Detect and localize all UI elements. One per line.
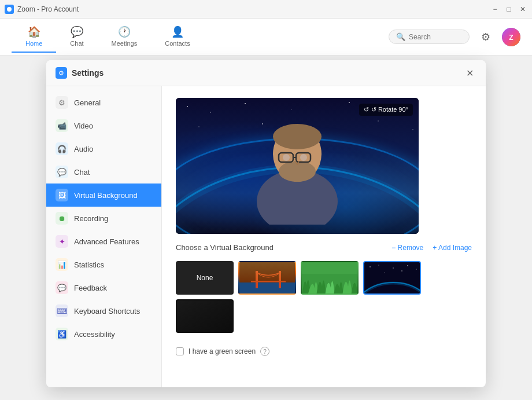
svg-rect-29 bbox=[239, 282, 296, 295]
thumbnail-grid: None bbox=[176, 261, 472, 333]
svg-rect-35 bbox=[302, 262, 359, 274]
nav-right: 🔍 ⚙ Z bbox=[389, 28, 520, 46]
sidebar-label-statistics: Statistics bbox=[74, 260, 104, 269]
vbg-thumbnail-space[interactable] bbox=[363, 261, 421, 295]
tab-chat-label: Chat bbox=[70, 40, 83, 47]
svg-point-27 bbox=[300, 154, 307, 161]
svg-point-38 bbox=[378, 265, 379, 265]
svg-point-7 bbox=[349, 102, 350, 103]
tab-contacts-label: Contacts bbox=[165, 40, 190, 47]
sidebar-label-general: General bbox=[74, 98, 101, 107]
vbg-actions: − Remove + Add Image bbox=[391, 244, 472, 252]
green-screen-label: I have a green screen bbox=[189, 347, 256, 355]
sidebar-item-general[interactable]: ⚙ General bbox=[46, 91, 161, 114]
svg-point-9 bbox=[198, 126, 199, 127]
close-window-button[interactable]: ✕ bbox=[518, 5, 527, 14]
accessibility-icon: ♿ bbox=[56, 328, 68, 340]
svg-text:Z: Z bbox=[509, 34, 513, 42]
recording-icon: ⏺ bbox=[56, 212, 68, 225]
app-title: Zoom - Pro Account bbox=[17, 5, 79, 13]
add-image-button[interactable]: + Add Image bbox=[433, 244, 472, 252]
person-silhouette bbox=[239, 109, 355, 225]
minimize-button[interactable]: − bbox=[490, 5, 500, 14]
top-nav: 🏠 Home 💬 Chat 🕐 Meetings 👤 Contacts 🔍 bbox=[0, 19, 532, 56]
preview-image bbox=[176, 98, 419, 234]
settings-header: ⚙ Settings ✕ bbox=[46, 60, 486, 86]
green-screen-help-icon[interactable]: ? bbox=[260, 347, 269, 356]
svg-point-26 bbox=[283, 154, 290, 161]
sidebar-label-advanced: Advanced Features bbox=[74, 237, 139, 246]
titlebar-left: Zoom - Pro Account bbox=[5, 5, 79, 14]
sidebar-item-advanced-features[interactable]: ✦ Advanced Features bbox=[46, 230, 161, 253]
remove-background-button[interactable]: − Remove bbox=[391, 244, 423, 252]
chat-nav-icon: 💬 bbox=[71, 25, 83, 38]
svg-point-12 bbox=[412, 129, 413, 130]
sidebar-item-audio[interactable]: 🎧 Audio bbox=[46, 137, 161, 160]
sidebar-item-keyboard-shortcuts[interactable]: ⌨ Keyboard Shortcuts bbox=[46, 299, 161, 322]
camera-preview: ↺ ↺ Rotate 90° bbox=[176, 98, 419, 234]
app-logo bbox=[5, 5, 14, 14]
sidebar-label-video: Video bbox=[74, 122, 93, 130]
svg-point-40 bbox=[407, 265, 408, 266]
tab-home[interactable]: 🏠 Home bbox=[12, 21, 56, 53]
feedback-icon: 💬 bbox=[56, 281, 68, 294]
vbg-thumbnail-dark[interactable] bbox=[176, 299, 234, 333]
sidebar-item-virtual-background[interactable]: 🖼 Virtual Background bbox=[46, 184, 161, 207]
vbg-thumbnail-none[interactable]: None bbox=[176, 261, 234, 295]
sidebar-label-recording: Recording bbox=[74, 214, 108, 223]
titlebar: Zoom - Pro Account − □ ✕ bbox=[0, 0, 532, 19]
tab-chat[interactable]: 💬 Chat bbox=[56, 21, 97, 53]
audio-icon: 🎧 bbox=[56, 142, 68, 155]
vbg-thumbnail-grass[interactable] bbox=[301, 261, 359, 295]
svg-point-4 bbox=[210, 112, 211, 113]
green-screen-checkbox[interactable] bbox=[176, 347, 184, 355]
vbg-thumbnail-bridge[interactable] bbox=[238, 261, 296, 295]
general-icon: ⚙ bbox=[56, 96, 68, 109]
sidebar-item-accessibility[interactable]: ♿ Accessibility bbox=[46, 322, 161, 346]
settings-icon: ⚙ bbox=[56, 67, 67, 79]
svg-point-11 bbox=[378, 120, 378, 121]
sidebar-item-chat[interactable]: 💬 Chat bbox=[46, 160, 161, 184]
sidebar-item-recording[interactable]: ⏺ Recording bbox=[46, 207, 161, 230]
sidebar-item-feedback[interactable]: 💬 Feedback bbox=[46, 276, 161, 299]
settings-sidebar: ⚙ General 📹 Video 🎧 Audio 💬 Chat bbox=[46, 86, 162, 387]
vbg-controls: Choose a Virtual Background − Remove + A… bbox=[176, 243, 472, 252]
svg-point-42 bbox=[385, 273, 385, 273]
keyboard-icon: ⌨ bbox=[56, 304, 68, 317]
meetings-icon: 🕐 bbox=[118, 25, 131, 38]
avatar[interactable]: Z bbox=[502, 28, 520, 46]
sidebar-label-feedback: Feedback bbox=[74, 284, 107, 292]
svg-point-0 bbox=[7, 7, 12, 12]
search-bar[interactable]: 🔍 bbox=[389, 30, 470, 44]
search-icon: 🔍 bbox=[396, 32, 405, 41]
rotate-button[interactable]: ↺ ↺ Rotate 90° bbox=[359, 104, 413, 116]
settings-title-row: ⚙ Settings bbox=[56, 67, 104, 79]
settings-content: ↺ ↺ Rotate 90° Choose a Virtual Backgrou… bbox=[162, 86, 486, 387]
window-controls: − □ ✕ bbox=[490, 5, 527, 14]
chat-icon: 💬 bbox=[56, 166, 68, 178]
tab-meetings-label: Meetings bbox=[112, 40, 138, 47]
sidebar-item-statistics[interactable]: 📊 Statistics bbox=[46, 253, 161, 276]
statistics-icon: 📊 bbox=[56, 258, 68, 271]
app-container: 🏠 Home 💬 Chat 🕐 Meetings 👤 Contacts 🔍 bbox=[0, 19, 532, 400]
tab-contacts[interactable]: 👤 Contacts bbox=[151, 21, 204, 53]
svg-point-37 bbox=[370, 266, 371, 267]
svg-point-41 bbox=[416, 269, 416, 269]
none-label: None bbox=[197, 274, 213, 282]
search-input[interactable] bbox=[409, 33, 462, 41]
video-icon: 📹 bbox=[56, 119, 68, 132]
sidebar-label-accessibility: Accessibility bbox=[74, 330, 115, 339]
nav-tabs: 🏠 Home 💬 Chat 🕐 Meetings 👤 Contacts bbox=[12, 21, 204, 53]
tab-meetings[interactable]: 🕐 Meetings bbox=[98, 21, 152, 53]
gear-button[interactable]: ⚙ bbox=[476, 28, 495, 46]
settings-close-button[interactable]: ✕ bbox=[463, 66, 476, 80]
svg-point-43 bbox=[401, 270, 402, 271]
svg-rect-33 bbox=[239, 262, 296, 282]
svg-point-21 bbox=[273, 124, 322, 149]
home-icon: 🏠 bbox=[28, 25, 40, 38]
maximize-button[interactable]: □ bbox=[504, 5, 513, 14]
sidebar-item-video[interactable]: 📹 Video bbox=[46, 114, 161, 137]
rotate-icon: ↺ bbox=[364, 106, 369, 113]
settings-title: Settings bbox=[72, 68, 104, 78]
svg-point-39 bbox=[393, 267, 393, 268]
